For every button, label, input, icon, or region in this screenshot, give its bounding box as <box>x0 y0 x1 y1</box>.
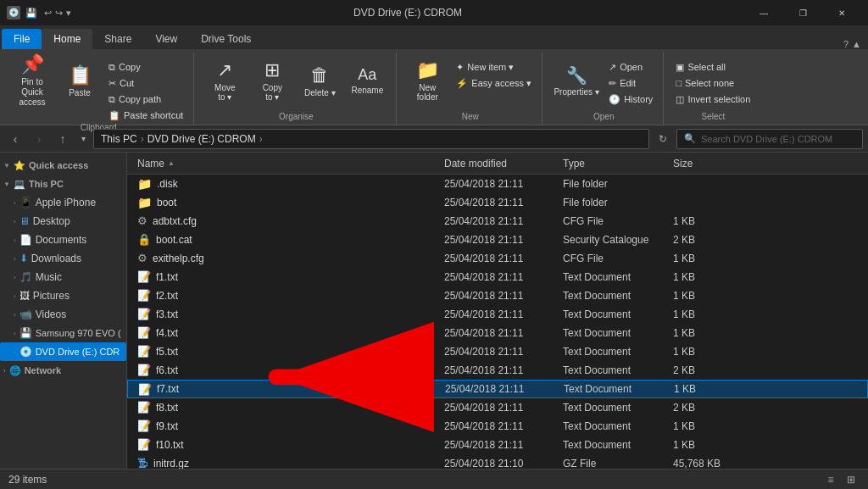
sidebar-section-quick-access[interactable]: ▼ ⭐ Quick access <box>0 156 126 175</box>
sidebar-item-desktop[interactable]: › 🖥 Desktop <box>0 212 126 231</box>
redo-btn[interactable]: ↪ <box>55 8 63 19</box>
paste-shortcut-label: Paste shortcut <box>124 110 183 120</box>
window-controls: — ❐ ✕ <box>744 0 861 25</box>
pin-to-quick-access-button[interactable]: 📌 Pin to Quickaccess <box>10 56 54 105</box>
table-row[interactable]: ⚙ exithelp.cfg 25/04/2018 21:11 CFG File… <box>127 249 868 268</box>
select-none-button[interactable]: □ Select none <box>672 75 754 91</box>
ribbon-group-open: 🔧 Properties ▾ ↗ Open ✏ Edit 🕐 History O… <box>544 53 664 125</box>
help-btn[interactable]: ? <box>843 39 849 49</box>
address-path[interactable]: This PC › DVD Drive (E:) CDROM › <box>93 129 649 149</box>
maximize-btn[interactable]: ❐ <box>783 0 822 25</box>
col-header-date[interactable]: Date modified <box>444 158 563 169</box>
table-row[interactable]: 📝 f10.txt 25/04/2018 21:11 Text Document… <box>127 436 868 454</box>
sort-arrow-name: ▲ <box>168 159 175 167</box>
sidebar-label-documents: Documents <box>36 234 87 246</box>
tab-file[interactable]: File <box>2 29 42 49</box>
tab-home[interactable]: Home <box>42 29 92 49</box>
table-row[interactable]: 📝 f6.txt 25/04/2018 21:11 Text Document … <box>127 361 868 380</box>
search-box[interactable]: 🔍 Search DVD Drive (E:) CDROM <box>676 129 863 149</box>
sidebar-item-pictures[interactable]: › 🖼 Pictures <box>0 286 126 305</box>
refresh-button[interactable]: ↻ <box>653 129 673 149</box>
close-btn[interactable]: ✕ <box>822 0 861 25</box>
file-size-cell: 1 KB <box>673 308 732 320</box>
sidebar-item-dvd[interactable]: › 💿 DVD Drive (E:) CDR <box>0 342 126 361</box>
paste-shortcut-button[interactable]: 📋 Paste shortcut <box>105 108 186 123</box>
sidebar: ▼ ⭐ Quick access ▼ 💻 This PC › 📱 Apple i… <box>0 153 127 469</box>
ribbon-group-clipboard: 📌 Pin to Quickaccess 📋 Paste ⧉ Copy ✂ Cu… <box>3 53 194 125</box>
sidebar-item-documents[interactable]: › 📄 Documents <box>0 231 126 249</box>
network-icon: 🌐 <box>9 365 21 376</box>
sidebar-label-quick-access: Quick access <box>29 160 88 170</box>
edit-button[interactable]: ✏ Edit <box>605 75 656 91</box>
delete-icon: 🗑 <box>310 64 329 86</box>
details-view-btn[interactable]: ≡ <box>822 471 839 488</box>
title-bar: 💿 💾 ↩ ↪ ▾ DVD Drive (E:) CDROM — ❐ ✕ <box>0 0 868 25</box>
path-sep-1: › <box>141 133 144 145</box>
forward-button[interactable]: › <box>29 129 49 149</box>
tab-view[interactable]: View <box>143 29 189 49</box>
properties-button[interactable]: 🔧 Properties ▾ <box>551 56 602 105</box>
pin-icon: 📌 <box>21 53 44 75</box>
back-button[interactable]: ‹ <box>5 129 25 149</box>
history-button[interactable]: 🕐 History <box>605 92 656 107</box>
file-date-cell: 25/04/2018 21:11 <box>444 308 563 320</box>
col-header-size[interactable]: Size <box>673 158 732 169</box>
table-row[interactable]: 🔒 boot.cat 25/04/2018 21:11 Security Cat… <box>127 231 868 249</box>
table-row[interactable]: ⚙ adbtxt.cfg 25/04/2018 21:11 CFG File 1… <box>127 212 868 231</box>
sidebar-section-network[interactable]: › 🌐 Network <box>0 361 126 380</box>
open-button[interactable]: ↗ Open <box>605 59 656 75</box>
table-row[interactable]: 📝 f7.txt 25/04/2018 21:11 Text Document … <box>127 380 868 398</box>
table-row[interactable]: 📝 f8.txt 25/04/2018 21:11 Text Document … <box>127 398 868 417</box>
file-name-text: adbtxt.cfg <box>153 215 197 227</box>
file-area[interactable]: Name ▲ Date modified Type Size 📁 .disk 2… <box>127 153 868 469</box>
col-header-name[interactable]: Name ▲ <box>131 158 444 169</box>
file-name-cell: 📁 .disk <box>131 177 444 191</box>
tab-drive-tools[interactable]: Drive Tools <box>189 29 263 49</box>
sidebar-item-samsung[interactable]: › 💾 Samsung 970 EVO ( <box>0 324 126 342</box>
new-item-button[interactable]: ✦ New item ▾ <box>453 59 535 75</box>
table-row[interactable]: 🗜 initrd.gz 25/04/2018 21:10 GZ File 45,… <box>127 454 868 469</box>
table-row[interactable]: 📝 f3.txt 25/04/2018 21:11 Text Document … <box>127 305 868 324</box>
sidebar-item-videos[interactable]: › 📹 Videos <box>0 305 126 324</box>
table-row[interactable]: 📝 f1.txt 25/04/2018 21:11 Text Document … <box>127 268 868 286</box>
table-row[interactable]: 📁 boot 25/04/2018 21:11 File folder <box>127 193 868 212</box>
sidebar-item-music[interactable]: › 🎵 Music <box>0 268 126 286</box>
sidebar-item-downloads[interactable]: › ⬇ Downloads <box>0 249 126 268</box>
delete-button[interactable]: 🗑 Delete ▾ <box>298 56 342 105</box>
rename-button[interactable]: Aa Rename <box>345 56 389 105</box>
copy-to-button[interactable]: ⊞ Copyto ▾ <box>250 56 294 105</box>
sidebar-section-this-pc[interactable]: ▼ 💻 This PC <box>0 175 126 193</box>
select-all-button[interactable]: ▣ Select all <box>672 59 754 75</box>
new-folder-button[interactable]: 📁 Newfolder <box>405 56 449 105</box>
cut-button[interactable]: ✂ Cut <box>105 75 186 91</box>
this-pc-icon: 💻 <box>14 179 25 190</box>
table-row[interactable]: 📝 f9.txt 25/04/2018 21:11 Text Document … <box>127 417 868 436</box>
table-row[interactable]: 📝 f4.txt 25/04/2018 21:11 Text Document … <box>127 324 868 342</box>
ribbon-collapse-btn[interactable]: ▲ <box>852 39 861 49</box>
invert-selection-button[interactable]: ◫ Invert selection <box>672 92 754 107</box>
sidebar-label-videos: Videos <box>36 308 66 320</box>
sidebar-item-apple-iphone[interactable]: › 📱 Apple iPhone <box>0 193 126 212</box>
recent-locations-button[interactable]: ▾ <box>76 129 90 149</box>
large-icons-view-btn[interactable]: ⊞ <box>843 471 860 488</box>
file-type-cell: Text Document <box>563 439 673 451</box>
col-header-type[interactable]: Type <box>563 158 673 169</box>
minimize-btn[interactable]: — <box>744 0 783 25</box>
tab-share[interactable]: Share <box>92 29 143 49</box>
quick-save[interactable]: 💾 <box>25 8 37 19</box>
table-row[interactable]: 📝 f5.txt 25/04/2018 21:11 Text Document … <box>127 342 868 361</box>
easy-access-button[interactable]: ⚡ Easy access ▾ <box>453 75 535 91</box>
paste-button[interactable]: 📋 Paste <box>58 56 102 105</box>
title-bar-left: 💿 💾 ↩ ↪ ▾ <box>7 6 71 19</box>
up-button[interactable]: ↑ <box>53 129 73 149</box>
iphone-icon: 📱 <box>19 197 32 208</box>
copy-path-button[interactable]: ⧉ Copy path <box>105 92 186 107</box>
undo-btn[interactable]: ↩ <box>44 8 52 19</box>
move-to-button[interactable]: ↗ Moveto ▾ <box>203 56 247 105</box>
copy-button[interactable]: ⧉ Copy <box>105 59 186 75</box>
file-type-cell: Text Document <box>563 364 673 376</box>
invert-selection-icon: ◫ <box>676 94 684 105</box>
quick-access-icon: ⭐ <box>14 160 25 171</box>
table-row[interactable]: 📝 f2.txt 25/04/2018 21:11 Text Document … <box>127 286 868 305</box>
table-row[interactable]: 📁 .disk 25/04/2018 21:11 File folder <box>127 175 868 193</box>
